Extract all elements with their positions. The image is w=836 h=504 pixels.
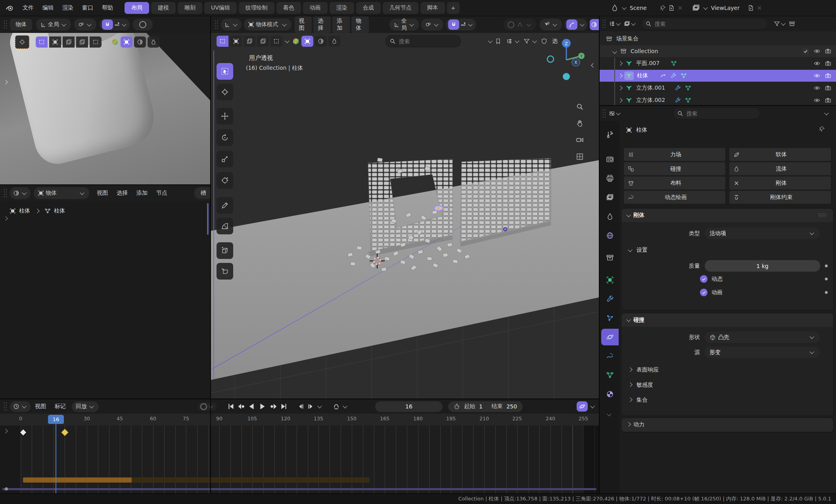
animate-dot[interactable] xyxy=(825,291,828,294)
tool-transform[interactable] xyxy=(217,172,233,189)
current-frame-field[interactable]: 16 xyxy=(375,401,443,412)
panel-drag-dots[interactable] xyxy=(818,213,827,218)
shading-solid-button[interactable] xyxy=(301,36,313,47)
pan-hand-icon[interactable] xyxy=(576,119,584,127)
snap-dropdown-chevron[interactable] xyxy=(122,22,126,26)
tab-material[interactable] xyxy=(601,386,619,402)
collision-source-dropdown[interactable]: 形变 xyxy=(705,347,820,358)
timeline-scrollbar[interactable] xyxy=(2,488,596,490)
shading-solid-button[interactable] xyxy=(121,36,132,48)
collapse-chevron[interactable] xyxy=(488,38,492,43)
tool-cursor[interactable] xyxy=(217,84,233,100)
geometry-nodes-icon[interactable] xyxy=(681,73,687,79)
gizmo-neg-z-axis[interactable] xyxy=(563,73,570,80)
tool-add-cube-interactive[interactable] xyxy=(217,263,233,280)
region-expand-chevron[interactable] xyxy=(3,216,8,220)
row-plane-007[interactable]: 平面.007 xyxy=(600,57,836,69)
row-cube-001[interactable]: 立方体.001 xyxy=(600,82,836,94)
row-collection[interactable]: Collection xyxy=(600,45,836,57)
drag-handle-dots[interactable] xyxy=(602,109,606,118)
matcap-hexagon-icon[interactable] xyxy=(292,37,300,45)
snap-target-icon[interactable] xyxy=(460,21,466,28)
dynamics-panel-header[interactable]: 动力 xyxy=(621,418,833,431)
search-input[interactable] xyxy=(398,38,457,45)
node-context-dropdown[interactable]: 物体 xyxy=(34,187,89,199)
physics-cloth-button[interactable]: 布料 xyxy=(623,176,726,190)
prev-keyframe-button[interactable] xyxy=(236,402,246,411)
modifier-wrench-icon[interactable] xyxy=(675,85,681,91)
drag-handle-dots[interactable] xyxy=(3,188,8,198)
expand-chevron[interactable] xyxy=(618,86,622,90)
jump-to-end-button[interactable] xyxy=(279,402,289,411)
prev-frame-button[interactable] xyxy=(296,402,305,411)
scene-name[interactable]: Scene xyxy=(630,5,647,11)
eye-icon[interactable] xyxy=(814,73,820,79)
animate-dot[interactable] xyxy=(825,278,828,280)
play-reverse-button[interactable] xyxy=(247,402,256,411)
workspace-tab-compositing[interactable]: 合成 xyxy=(356,2,381,14)
editor-type-button[interactable] xyxy=(221,19,242,31)
pin-icon[interactable] xyxy=(819,126,825,132)
tab-world[interactable] xyxy=(601,227,619,244)
toggle-ortho-icon[interactable] xyxy=(576,153,584,161)
snapping-group[interactable] xyxy=(446,19,476,31)
properties-editor-icon[interactable] xyxy=(609,110,615,117)
tab-physics[interactable] xyxy=(601,329,619,345)
frame-step-dropdown-chevron[interactable] xyxy=(317,404,322,408)
timeline-channels[interactable] xyxy=(0,425,599,493)
menu-object[interactable]: 物体 xyxy=(351,16,369,33)
display-mode-chevron[interactable] xyxy=(631,21,635,25)
geometry-node-editor[interactable]: 物体 视图 选择 添加 节点 槽 柱体 柱体 xyxy=(0,185,210,399)
menu-window[interactable]: 窗口 xyxy=(78,3,98,13)
physics-soft-body-button[interactable]: 软体 xyxy=(729,148,831,161)
filter-funnel-icon[interactable] xyxy=(774,21,780,27)
new-collection-icon[interactable] xyxy=(789,21,795,27)
select-mode-new-button[interactable] xyxy=(217,36,228,47)
workspace-tab-texture-paint[interactable]: 纹理绘制 xyxy=(239,2,274,14)
main-viewport[interactable]: 物体模式 视图 选择 添加 物体 全局 xyxy=(211,16,599,399)
select-mode-subtract-button[interactable] xyxy=(63,36,75,48)
snapping-group[interactable] xyxy=(100,19,130,31)
tab-modifiers[interactable] xyxy=(601,291,619,307)
collision-shape-dropdown[interactable]: 凸壳 xyxy=(705,332,820,343)
camera-icon[interactable] xyxy=(825,85,831,91)
menu-file[interactable]: 文件 xyxy=(18,3,38,13)
eye-icon[interactable] xyxy=(814,97,820,103)
left-viewport-scene[interactable] xyxy=(0,33,210,184)
physics-force-field-button[interactable]: 力场 xyxy=(623,148,726,161)
select-mode-invert-button[interactable] xyxy=(257,36,269,47)
proportional-falloff-button[interactable] xyxy=(133,19,153,31)
select-mode-intersect-button[interactable] xyxy=(90,36,102,48)
physics-dynamic-paint-button[interactable]: 动态绘画 xyxy=(623,190,726,204)
physics-rigid-body-button[interactable]: 刚体 xyxy=(729,176,831,190)
menu-view[interactable]: 视图 xyxy=(92,188,112,198)
camera-view-icon[interactable] xyxy=(576,136,584,144)
display-mode-icon[interactable] xyxy=(624,21,630,27)
select-mode-invert-button[interactable] xyxy=(76,36,88,48)
tool-move[interactable] xyxy=(217,108,233,125)
workspace-tab-scripting[interactable]: 脚本 xyxy=(420,2,445,14)
shading-dropdown-chevron[interactable] xyxy=(285,38,289,43)
eye-icon[interactable] xyxy=(814,85,820,91)
tool-select-box[interactable] xyxy=(217,63,233,80)
tabs-overflow-chevron[interactable] xyxy=(607,412,611,416)
camera-icon[interactable] xyxy=(825,60,831,67)
select-mode-new-button[interactable] xyxy=(36,36,48,48)
new-scene-icon[interactable] xyxy=(668,5,675,11)
gizmos-dropdown[interactable] xyxy=(564,19,587,31)
settings-subpanel-header[interactable]: 设置 xyxy=(627,247,648,254)
sync-dropdown-chevron[interactable] xyxy=(590,404,594,408)
editor-type-chevron[interactable] xyxy=(616,21,620,25)
animated-checkbox[interactable] xyxy=(700,289,708,296)
workspace-tab-modeling[interactable]: 建模 xyxy=(151,2,176,14)
workspace-tab-sculpt[interactable]: 雕刻 xyxy=(178,2,202,14)
menu-view[interactable]: 视图 xyxy=(295,16,312,33)
breadcrumb-object[interactable]: 柱体 xyxy=(19,207,30,215)
shading-rendered-button[interactable] xyxy=(328,36,340,47)
tab-output[interactable] xyxy=(601,170,619,187)
tool-annotate[interactable] xyxy=(217,197,233,214)
row-cube-002[interactable]: 立方体.002 xyxy=(600,94,836,105)
playhead-label[interactable]: 16 xyxy=(48,415,64,424)
expand-chevron[interactable] xyxy=(618,73,622,78)
collisions-panel-header[interactable]: 碰撞 xyxy=(621,313,833,327)
